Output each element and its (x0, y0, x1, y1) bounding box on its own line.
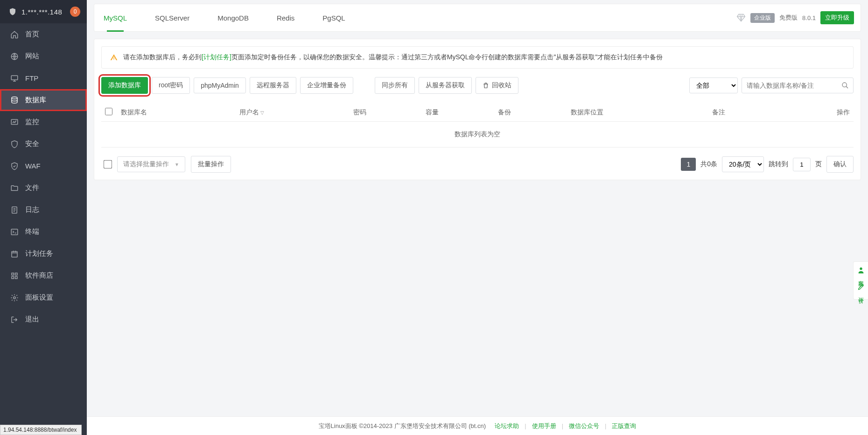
ftp-icon (10, 74, 19, 83)
footer-link-manual[interactable]: 使用手册 (532, 422, 556, 430)
sidebar-item-database[interactable]: 数据库 (0, 89, 87, 111)
th-name[interactable]: 数据库名 (117, 103, 236, 122)
tab-pgsql[interactable]: PgSQL (322, 4, 345, 32)
sidebar-header: 1.***.***.148 0 (0, 0, 87, 23)
svg-point-2 (12, 97, 17, 99)
svg-rect-1 (11, 76, 18, 80)
th-remark: 备注 (708, 103, 781, 122)
sidebar-item-label: 退出 (25, 315, 39, 324)
svg-rect-5 (11, 229, 18, 235)
footer-link-wechat[interactable]: 微信公众号 (569, 422, 599, 430)
page-unit: 页 (815, 160, 822, 168)
search-input[interactable] (742, 77, 854, 93)
sidebar-item-logs[interactable]: 日志 (0, 199, 87, 221)
notification-badge[interactable]: 0 (70, 7, 80, 17)
sidebar-item-website[interactable]: 网站 (0, 45, 87, 67)
sidebar-item-terminal[interactable]: 终端 (0, 221, 87, 243)
content-panel: 请在添加数据库后，务必到[计划任务]页面添加定时备份任务，以确保您的数据安全。温… (94, 39, 861, 180)
remote-server-button[interactable]: 远程服务器 (250, 77, 296, 94)
main: MySQL SQLServer MongoDB Redis PgSQL 企业版 … (87, 0, 868, 435)
enterprise-badge: 企业版 (750, 13, 775, 23)
recycle-bin-button[interactable]: 回收站 (476, 77, 518, 94)
tab-mongodb[interactable]: MongoDB (217, 4, 249, 32)
search-icon[interactable] (841, 82, 849, 89)
sidebar-item-home[interactable]: 首页 (0, 23, 87, 45)
gear-icon (10, 294, 19, 302)
customer-service-button[interactable]: 客服 (857, 267, 865, 278)
th-password: 密码 (350, 103, 422, 122)
jump-label: 跳转到 (769, 160, 788, 168)
phpmyadmin-button[interactable]: phpMyAdmin (194, 77, 246, 93)
tab-sqlserver[interactable]: SQLServer (155, 4, 189, 32)
th-backup: 备份 (494, 103, 567, 122)
server-ip: 1.***.***.148 (21, 8, 62, 16)
incremental-backup-button[interactable]: 企业增量备份 (300, 77, 353, 94)
sidebar-item-label: 安全 (25, 140, 39, 148)
status-bar: 1.94.54.148:8888/btwaf/index (0, 425, 82, 435)
diamond-icon (736, 13, 746, 22)
version-number: 8.0.1 (802, 14, 816, 21)
select-all-checkbox[interactable] (105, 108, 112, 115)
database-table: 数据库名 用户名▽ 密码 容量 备份 数据库位置 备注 操作 数据库列表为空 (101, 103, 854, 147)
svg-rect-8 (15, 273, 18, 275)
svg-rect-7 (12, 273, 14, 275)
alert-link[interactable]: [计划任务] (202, 53, 231, 61)
feedback-button[interactable]: 评价 (857, 283, 865, 295)
batch-action-button[interactable]: 批量操作 (191, 156, 231, 173)
upgrade-button[interactable]: 立即升级 (820, 11, 854, 24)
tab-mysql[interactable]: MySQL (104, 4, 127, 32)
sidebar-item-ftp[interactable]: FTP (0, 67, 87, 89)
trash-icon (483, 82, 489, 89)
alert-post: 页面添加定时备份任务，以确保您的数据安全。温馨提示：通过第三方或者MySQL命令… (231, 53, 663, 61)
sidebar-item-label: WAF (25, 162, 41, 170)
sidebar-item-label: 终端 (25, 227, 39, 236)
folder-icon (10, 184, 19, 192)
batch-select-all-checkbox[interactable] (104, 160, 112, 168)
svg-rect-6 (12, 251, 17, 257)
sidebar-item-label: 软件商店 (25, 271, 53, 280)
sidebar-item-logout[interactable]: 退出 (0, 309, 87, 330)
sidebar-item-label: 首页 (25, 30, 39, 39)
sidebar-item-label: 数据库 (25, 96, 46, 105)
monitor-icon (10, 118, 19, 126)
svg-rect-9 (12, 276, 14, 279)
sidebar-item-waf[interactable]: WAF (0, 155, 87, 177)
sidebar-item-files[interactable]: 文件 (0, 177, 87, 199)
shield-icon (8, 7, 17, 16)
sidebar-item-settings[interactable]: 面板设置 (0, 287, 87, 309)
per-page-select[interactable]: 20条/页 (722, 156, 764, 172)
jump-input[interactable] (793, 158, 811, 171)
th-capacity: 容量 (422, 103, 494, 122)
logout-icon (10, 316, 19, 324)
th-user[interactable]: 用户名▽ (236, 103, 350, 122)
side-float: 客服 评价 (853, 261, 868, 300)
sidebar-item-label: FTP (25, 74, 38, 82)
add-database-button[interactable]: 添加数据库 (101, 77, 148, 94)
footer-link-verify[interactable]: 正版查询 (612, 422, 636, 430)
th-location: 数据库位置 (567, 103, 709, 122)
sidebar-item-store[interactable]: 软件商店 (0, 265, 87, 287)
sync-all-button[interactable]: 同步所有 (375, 77, 415, 94)
waf-icon (10, 162, 19, 170)
sidebar-item-cron[interactable]: 计划任务 (0, 243, 87, 265)
root-password-button[interactable]: root密码 (152, 77, 190, 94)
fetch-from-server-button[interactable]: 从服务器获取 (419, 77, 472, 94)
batch-row: 请选择批量操作 ▼ 批量操作 1 共0条 20条/页 跳转到 页 确认 (101, 156, 854, 173)
tab-redis[interactable]: Redis (277, 4, 294, 32)
sort-icon: ▽ (260, 110, 264, 115)
alert-pre: 请在添加数据库后，务必到 (123, 53, 202, 61)
grid-icon (10, 272, 19, 280)
batch-action-select[interactable]: 请选择批量操作 ▼ (117, 156, 185, 172)
current-page[interactable]: 1 (681, 158, 696, 171)
jump-confirm-button[interactable]: 确认 (826, 156, 854, 173)
svg-point-12 (842, 83, 847, 87)
filter-select[interactable]: 全部 (689, 77, 738, 93)
db-tabs: MySQL SQLServer MongoDB Redis PgSQL 企业版 … (94, 4, 861, 32)
log-icon (10, 206, 19, 214)
total-count: 共0条 (700, 160, 717, 168)
toolbar: 添加数据库 root密码 phpMyAdmin 远程服务器 企业增量备份 同步所… (101, 77, 854, 94)
sidebar-item-monitor[interactable]: 监控 (0, 111, 87, 133)
footer-text: 宝塔Linux面板 ©2014-2023 广东堡塔安全技术有限公司 (bt.cn… (319, 422, 486, 430)
sidebar-item-security[interactable]: 安全 (0, 133, 87, 155)
footer-link-forum[interactable]: 论坛求助 (495, 422, 519, 430)
